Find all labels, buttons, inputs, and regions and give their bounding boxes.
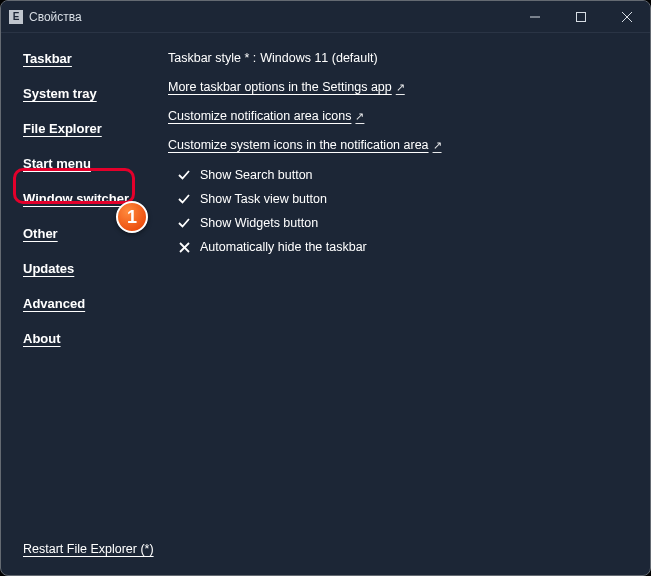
annotation-badge: 1 [116,201,148,233]
footer: Restart File Explorer (*) [23,539,154,557]
external-link-icon: ↗ [396,81,405,94]
titlebar-left: E Свойства [9,10,82,24]
link-label: Customize notification area icons [168,109,351,123]
properties-window: E Свойства Taskbar System tray File Expl… [0,0,651,576]
sidebar: Taskbar System tray File Explorer Start … [1,33,156,575]
maximize-button[interactable] [558,1,604,32]
option-label: Automatically hide the taskbar [200,240,367,254]
taskbar-style-label: Taskbar style * : [168,51,256,65]
content-panel: Taskbar style * : Windows 11 (default) M… [156,33,650,575]
link-label: More taskbar options in the Settings app [168,80,392,94]
taskbar-style-row[interactable]: Taskbar style * : Windows 11 (default) [168,51,634,65]
sidebar-item-other[interactable]: Other [23,226,58,241]
external-link-icon: ↗ [433,139,442,152]
option-show-task-view-button[interactable]: Show Task view button [178,192,634,206]
sidebar-item-window-switcher[interactable]: Window switcher [23,191,129,206]
app-icon: E [9,10,23,24]
link-customize-notification-icons[interactable]: Customize notification area icons ↗ [168,109,364,123]
sidebar-item-updates[interactable]: Updates [23,261,74,276]
sidebar-item-system-tray[interactable]: System tray [23,86,97,101]
external-link-icon: ↗ [355,110,364,123]
restart-file-explorer-link[interactable]: Restart File Explorer (*) [23,542,154,556]
svg-rect-1 [577,12,586,21]
option-show-widgets-button[interactable]: Show Widgets button [178,216,634,230]
link-label: Customize system icons in the notificati… [168,138,429,152]
option-auto-hide-taskbar[interactable]: Automatically hide the taskbar [178,240,634,254]
check-icon [178,169,190,181]
check-icon [178,217,190,229]
window-controls [512,1,650,32]
link-more-taskbar-options[interactable]: More taskbar options in the Settings app… [168,80,405,94]
sidebar-item-advanced[interactable]: Advanced [23,296,85,311]
sidebar-item-start-menu[interactable]: Start menu [23,156,91,171]
option-show-search-button[interactable]: Show Search button [178,168,634,182]
taskbar-style-value: Windows 11 (default) [260,51,377,65]
sidebar-item-file-explorer[interactable]: File Explorer [23,121,102,136]
sidebar-item-about[interactable]: About [23,331,61,346]
window-title: Свойства [29,10,82,24]
check-icon [178,193,190,205]
option-label: Show Task view button [200,192,327,206]
minimize-button[interactable] [512,1,558,32]
x-icon [178,241,190,253]
link-customize-system-icons[interactable]: Customize system icons in the notificati… [168,138,442,152]
sidebar-item-taskbar[interactable]: Taskbar [23,51,72,66]
option-label: Show Widgets button [200,216,318,230]
window-body: Taskbar System tray File Explorer Start … [1,33,650,575]
option-label: Show Search button [200,168,313,182]
titlebar: E Свойства [1,1,650,33]
close-button[interactable] [604,1,650,32]
